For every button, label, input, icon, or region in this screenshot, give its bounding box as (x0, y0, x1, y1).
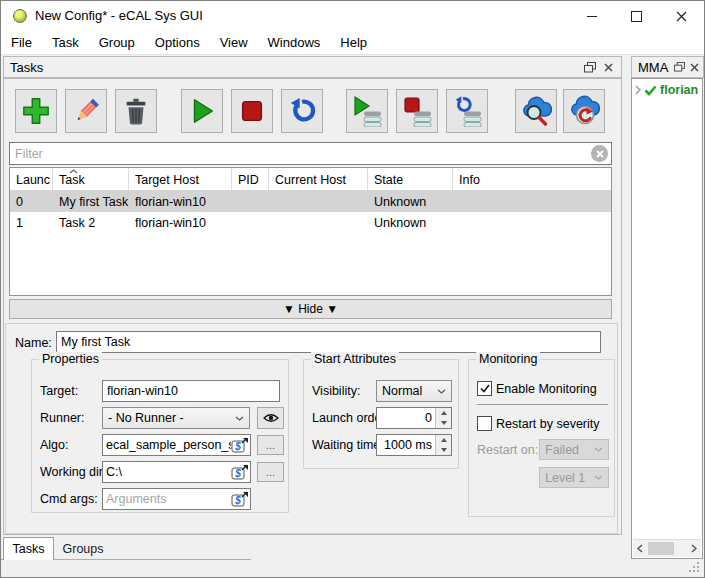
enable-monitoring-checkbox[interactable] (477, 381, 492, 396)
tasks-dock-close-button[interactable] (599, 59, 617, 75)
menu-item-group[interactable]: Group (89, 31, 145, 55)
column-header-info[interactable]: Info (453, 168, 611, 190)
menu-item-windows[interactable]: Windows (258, 31, 331, 55)
cloud-search-icon (520, 95, 552, 127)
minimize-icon (587, 16, 597, 17)
chevron-left-icon (637, 544, 643, 553)
chevron-down-icon (437, 389, 446, 394)
delete-task-button[interactable] (115, 89, 157, 133)
waiting-time-spinbox[interactable]: 1000 ms (376, 434, 452, 456)
clear-icon (596, 150, 604, 158)
minimize-button[interactable] (569, 1, 614, 31)
scroll-left-button[interactable] (633, 540, 647, 557)
env-expand-icon[interactable]: $ (231, 463, 249, 481)
properties-group: Properties Target: Runner: - No Runner -… (31, 359, 289, 513)
tasks-dock-header: Tasks (3, 56, 622, 78)
menu-item-file[interactable]: File (1, 31, 42, 55)
env-expand-icon[interactable]: $ (231, 436, 249, 454)
mma-hscrollbar (633, 539, 701, 557)
divider (477, 404, 608, 405)
enable-monitoring-label: Enable Monitoring (496, 378, 597, 400)
cloud-update-button[interactable] (515, 89, 557, 133)
spin-up-icon (441, 438, 447, 442)
app-icon (13, 9, 27, 23)
start-selected-button[interactable] (346, 89, 388, 133)
restart-by-severity-checkbox[interactable] (477, 416, 492, 431)
chevron-down-icon (594, 475, 603, 480)
target-input[interactable] (102, 380, 280, 402)
tree-item-host[interactable]: florian (632, 79, 702, 97)
column-header-launch[interactable]: Launc (10, 168, 53, 190)
edit-task-button[interactable] (65, 89, 107, 133)
workdir-browse-button[interactable]: ... (257, 462, 284, 482)
spin-down-button[interactable] (436, 445, 451, 455)
severity-level-combo[interactable]: Level 1 (539, 467, 609, 488)
spin-down-icon (441, 421, 447, 425)
menu-item-options[interactable]: Options (145, 31, 210, 55)
cmdargs-field: $ (102, 488, 251, 510)
waiting-time-label: Waiting time: (312, 434, 384, 456)
float-icon (674, 62, 685, 72)
workdir-input[interactable] (103, 465, 231, 479)
scroll-thumb[interactable] (648, 542, 674, 555)
statusbar (1, 561, 704, 577)
restart-by-severity-label: Restart by severity (496, 413, 600, 435)
runner-combo[interactable]: - No Runner - (102, 407, 250, 429)
column-header-pid[interactable]: PID (232, 168, 269, 190)
target-label: Target: (40, 380, 78, 402)
table-row[interactable]: 1 Task 2 florian-win10 Unknown (10, 212, 611, 233)
close-button[interactable] (659, 1, 704, 31)
column-header-state[interactable]: State (368, 168, 453, 190)
algo-browse-button[interactable]: ... (257, 435, 284, 455)
mma-dock-header: MMA (631, 56, 704, 78)
hide-editor-button[interactable]: ▼ Hide ▼ (9, 299, 612, 319)
spin-up-button[interactable] (436, 408, 451, 418)
menubar: File Task Group Options View Windows Hel… (1, 31, 704, 55)
tasks-dock-float-button[interactable] (581, 59, 599, 75)
menu-item-task[interactable]: Task (42, 31, 89, 55)
column-header-task[interactable]: Task (53, 168, 129, 190)
menu-item-help[interactable]: Help (330, 31, 377, 55)
restart-selected-button[interactable] (446, 89, 488, 133)
launch-order-spinbox[interactable]: 0 (376, 407, 452, 429)
expand-chevron-icon[interactable] (635, 85, 641, 95)
filter-input[interactable] (10, 147, 591, 161)
visibility-label: Visibility: (312, 380, 360, 402)
name-input[interactable] (56, 331, 601, 353)
algo-input[interactable] (103, 438, 231, 452)
stop-tasks-button[interactable] (231, 89, 273, 133)
spin-up-button[interactable] (436, 435, 451, 445)
menu-item-view[interactable]: View (210, 31, 258, 55)
resize-grip[interactable] (697, 570, 699, 572)
mma-dock-close-button[interactable] (686, 59, 702, 75)
visibility-combo[interactable]: Normal (376, 380, 452, 402)
host-ok-check-icon (644, 85, 657, 96)
tab-tasks[interactable]: Tasks (3, 537, 54, 560)
start-tasks-button[interactable] (181, 89, 223, 133)
scroll-right-button[interactable] (687, 540, 701, 557)
svg-text:$: $ (234, 495, 241, 506)
cloud-refresh-button[interactable] (563, 89, 605, 133)
filter-clear-button[interactable] (591, 145, 608, 162)
plus-icon (21, 96, 51, 126)
cmdargs-input[interactable] (103, 492, 231, 506)
view-runner-button[interactable] (257, 407, 284, 429)
pencil-icon (71, 96, 101, 126)
table-row[interactable]: 0 My first Task florian-win10 Unknown (10, 191, 611, 212)
restart-tasks-button[interactable] (281, 89, 323, 133)
monitoring-group: Monitoring Enable Monitoring Restart by … (468, 359, 615, 517)
stop-selected-button[interactable] (396, 89, 438, 133)
column-header-current-host[interactable]: Current Host (269, 168, 368, 190)
tab-groups[interactable]: Groups (54, 539, 112, 559)
restart-on-combo[interactable]: Failed (539, 439, 609, 460)
mma-dock-float-button[interactable] (672, 59, 686, 75)
add-task-button[interactable] (15, 89, 57, 133)
maximize-button[interactable] (614, 1, 659, 31)
env-expand-icon[interactable]: $ (231, 490, 249, 508)
spin-down-button[interactable] (436, 418, 451, 428)
eye-icon (263, 413, 279, 423)
workdir-field: $ (102, 461, 251, 483)
start-attributes-group-title: Start Attributes (311, 352, 399, 366)
column-header-target-host[interactable]: Target Host (129, 168, 232, 190)
check-icon (480, 384, 490, 393)
